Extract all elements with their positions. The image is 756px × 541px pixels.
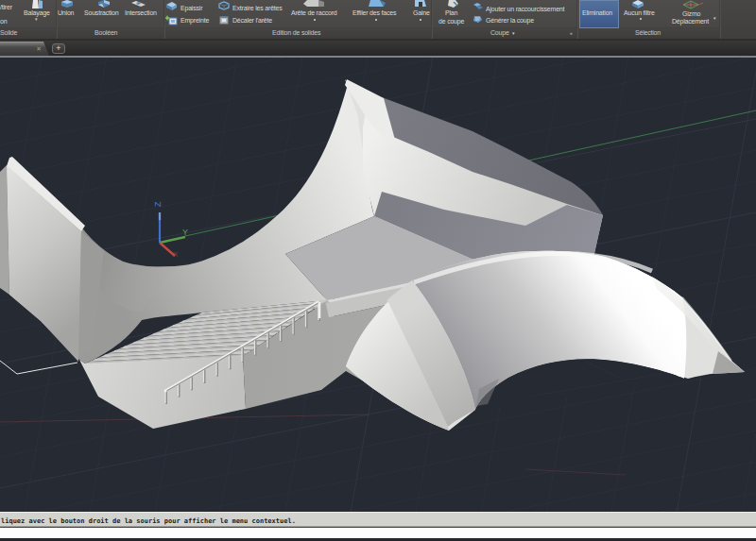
coupe-panel-caret[interactable]: ▾ [512,31,515,36]
empreinte-icon [165,15,178,25]
file-tab-bar: ✕ + [0,41,756,56]
command-input-area[interactable] [0,528,756,538]
panel-separator [56,0,58,39]
gaine-dropdown[interactable] [420,19,421,21]
balayage-dropdown-caret[interactable]: ▾ [35,17,38,22]
button-gaine[interactable]: Gaine [413,9,430,17]
button-extraire-aretes[interactable]: Extraire les arêtes [232,5,283,12]
panel-title-edition-solides[interactable]: Edition de solides [272,29,320,36]
model-viewport[interactable]: ZYX [0,58,756,512]
button-plan-coupe-line1[interactable]: Plan [445,9,457,17]
command-hint-text: liquez avec le bouton droit de la souris… [1,517,296,525]
button-decaler-arete[interactable]: Décaler l'arête [232,17,272,25]
panel-title-coupe[interactable]: Coupe [490,29,509,36]
gizmo-dropdown-caret[interactable]: ▾ [713,16,716,21]
soustraction-icon [97,0,112,8]
intersection-icon [131,0,146,8]
gaine-icon [413,0,430,7]
button-plan-coupe-line2[interactable]: de coupe [438,18,464,25]
effiler-dropdown[interactable] [375,19,377,21]
button-empreinte[interactable]: Empreinte [180,17,209,25]
button-aucun-filtre[interactable]: Aucun filtre [624,9,655,17]
clipped-button-label-top[interactable]: /tirer [0,4,12,11]
clipped-button-label-bottom[interactable]: on [0,18,7,25]
panel-title-selection[interactable]: Sélection [635,29,661,36]
x-axis-label: X [173,250,179,259]
button-intersection[interactable]: Intersection [125,9,157,17]
button-epaissir[interactable]: Epaissir [180,5,202,12]
z-axis-label: Z [153,201,163,207]
button-arete-raccord[interactable]: Arête de raccord [291,9,337,17]
y-axis-label: Y [182,228,188,237]
epaissir-icon [165,1,178,10]
ajouter-racc-icon [472,2,484,10]
panel-separator [163,0,165,39]
panel-title-booleen[interactable]: Booléen [94,29,117,36]
panel-separator [431,0,433,39]
generer-coupe-icon [472,15,484,24]
autocad-window: /tirer on Balayage ▾ Union Soustraction … [0,0,756,541]
union-icon [61,0,76,8]
extraire-icon [218,1,230,10]
button-gizmo-line1[interactable]: Gizmo [682,10,700,18]
aucun-filtre-icon [629,0,648,8]
gizmo-icon [678,0,704,9]
aucun-filtre-dropdown[interactable] [640,18,642,20]
panel-title-solide[interactable]: Solide [0,29,17,36]
button-gizmo-line2[interactable]: Déplacement [672,18,709,25]
button-ajouter-raccourcissement[interactable]: Ajouter un raccourcissement [486,6,564,13]
effiler-icon [367,0,389,7]
decaler-icon [218,15,230,25]
tab-close-icon[interactable]: ✕ [36,45,42,53]
command-line-bar[interactable]: liquez avec le bouton droit de la souris… [0,512,756,527]
button-effiler-faces[interactable]: Effiler des faces [352,9,396,17]
coupe-panel-expander[interactable]: » [570,31,573,36]
button-elimination[interactable]: Elimination [582,9,612,17]
new-tab-button[interactable]: + [52,43,65,54]
ribbon-empty-panel [721,0,756,39]
drawing-tab[interactable]: ✕ [0,42,49,56]
balayage-icon [30,0,45,8]
panel-separator [576,0,578,39]
button-soustraction[interactable]: Soustraction [84,9,119,17]
plan-coupe-icon [447,0,460,8]
button-generer-coupe[interactable]: Générer la coupe [486,17,534,25]
ribbon: /tirer on Balayage ▾ Union Soustraction … [0,0,756,41]
button-union[interactable]: Union [58,9,74,17]
arete-raccord-icon [303,0,328,7]
arete-raccord-dropdown[interactable] [314,19,316,21]
